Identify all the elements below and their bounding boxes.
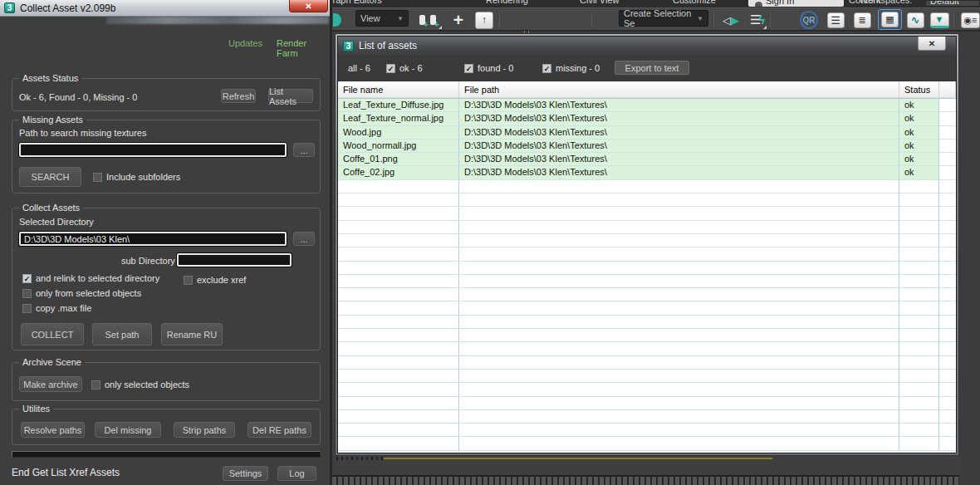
table-cell: D:\3D\3D Models\03 Klen\Textures\ [459,99,899,112]
align-icon[interactable]: ☰ϟ [747,10,767,30]
exclude-xref-checkbox[interactable]: exclude xref [184,275,246,285]
sub-directory-input[interactable] [177,253,292,267]
table-cell [899,397,939,410]
collect-button[interactable]: COLLECT [21,323,84,345]
assets-window-title-bar[interactable]: List of assets ✕ [338,37,956,55]
column-header-file-path[interactable]: File path [459,81,899,98]
track-bar-line[interactable] [384,458,772,459]
checkbox-box[interactable] [22,289,32,298]
sign-in-button[interactable]: Sign In [748,0,844,7]
menu-item-customize[interactable]: Customize [673,0,716,5]
table-cell [899,356,939,370]
checkbox-box[interactable] [464,64,473,73]
filter-found-checkbox[interactable]: found - 0 [464,63,513,73]
toggle-layer-explorer-icon[interactable]: ≣ [852,10,872,30]
refresh-button[interactable]: Refresh [221,89,256,103]
include-subfolders-checkbox[interactable]: Include subfolders [93,172,180,182]
export-to-text-button[interactable]: Export to text [615,61,689,75]
checkbox-label: missing - 0 [556,63,600,73]
select-and-manipulate-icon[interactable]: + [448,10,469,30]
updates-link[interactable]: Updates [228,38,262,48]
table-cell [459,329,899,342]
column-header-status[interactable]: Status [899,81,939,98]
workspace-dropdown[interactable]: Default [925,0,980,7]
keyboard-override-toggle-icon[interactable]: ↑ [473,10,495,30]
select-object-icon[interactable] [332,10,342,30]
relink-checkbox[interactable]: and relink to selected directory [22,273,159,283]
reference-coordinate-dropdown[interactable]: View ▼ [355,10,409,27]
strip-paths-button[interactable]: Strip paths [174,422,235,438]
table-cell [338,234,459,247]
del-re-paths-button[interactable]: Del RE paths [247,422,311,438]
qr-button-icon[interactable]: QR [799,10,819,30]
schematic-view-icon[interactable]: ▼ [929,10,950,30]
menu-item-civil-view[interactable]: Civil View [580,0,619,5]
dialog-title-bar[interactable]: Collect Asset v2.099b [0,0,330,17]
table-cell [338,262,459,275]
search-button[interactable]: SEARCH [19,167,81,187]
use-pivot-point-center-icon[interactable]: + + [413,10,443,30]
table-empty-row [338,288,956,301]
resolve-paths-button[interactable]: Resolve paths [21,422,85,438]
checkbox-label: exclude xref [197,275,246,285]
set-path-button[interactable]: Set path [92,323,152,345]
material-editor-icon[interactable]: ◉≡ [961,10,980,30]
browse-directory-button[interactable]: ... [293,232,315,246]
table-cell: D:\3D\3D Models\03 Klen\Textures\ [459,140,899,153]
menu-item-rendering[interactable]: Rendering [486,0,528,5]
settings-button[interactable]: Settings [223,466,268,481]
close-button[interactable]: ✕ [289,0,328,12]
curve-editor-icon[interactable]: ∿ [905,10,925,30]
checkbox-box[interactable] [91,380,100,389]
person-icon [755,2,762,7]
table-empty-row [338,247,956,261]
checkbox-box[interactable] [542,64,551,73]
menu-item-graph-editors[interactable]: Graph Editors [332,0,382,5]
selected-directory-input[interactable]: D:\3D\3D Models\03 Klen\ [19,232,287,246]
browse-missing-button[interactable]: ... [293,143,315,157]
close-button[interactable]: ✕ [918,37,946,51]
table-cell [338,247,459,261]
checkbox-box[interactable] [184,276,193,285]
checkbox-box[interactable] [22,274,32,283]
copy-max-file-checkbox[interactable]: copy .max file [22,303,91,313]
only-selected-objects-checkbox[interactable]: only from selected objects [22,288,141,298]
checkbox-box[interactable] [93,173,102,182]
toggle-scene-explorer-icon[interactable]: ☰ [826,10,845,30]
mirror-icon[interactable]: ◁▶ [719,10,742,30]
filter-missing-checkbox[interactable]: missing - 0 [542,63,600,73]
table-cell [939,247,956,261]
table-cell: D:\3D\3D Models\03 Klen\Textures\ [459,112,899,125]
table-cell: ok [899,140,939,153]
table-cell: Leaf_Texture_normal.jpg [338,112,459,125]
table-row[interactable]: Leaf_Texture_normal.jpgD:\3D\3D Models\0… [338,112,956,125]
checkbox-box[interactable] [22,304,32,313]
log-button[interactable]: Log [277,466,316,481]
render-farm-link[interactable]: Render Farm [277,38,330,58]
checkbox-box[interactable] [386,64,395,73]
named-selection-set-dropdown[interactable]: Create Selection Se ▼ [619,10,708,27]
table-row[interactable]: Leaf_Texture_Diffuse.jpgD:\3D\3D Models\… [338,99,956,112]
table-cell [459,316,899,329]
table-row[interactable]: Wood_normall.jpgD:\3D\3D Models\03 Klen\… [338,140,956,153]
archive-only-selected-checkbox[interactable]: only selected objects [91,380,189,389]
make-archive-button[interactable]: Make archive [19,376,82,392]
filter-ok-checkbox[interactable]: ok - 6 [386,63,423,73]
column-header-file-name[interactable]: File name [338,81,459,98]
table-cell [899,194,939,207]
rename-ru-button[interactable]: Rename RU [161,323,223,345]
table-cell [939,342,956,355]
table-cell [939,153,956,166]
table-row[interactable]: Coffe_02.jpgD:\3D\3D Models\03 Klen\Text… [338,166,956,179]
search-path-input[interactable] [19,143,287,157]
del-missing-button[interactable]: Del missing [95,422,161,438]
table-cell [338,370,459,383]
table-row[interactable]: Wood.jpgD:\3D\3D Models\03 Klen\Textures… [338,126,956,140]
timeline-ruler[interactable] [332,475,980,485]
table-cell [338,424,459,437]
list-assets-button[interactable]: List Assets [268,89,313,103]
table-cell [899,383,939,396]
table-row[interactable]: Coffe_01.pngD:\3D\3D Models\03 Klen\Text… [338,153,956,166]
toggle-ribbon-icon[interactable]: ▦ [878,9,902,30]
table-cell [338,437,459,450]
